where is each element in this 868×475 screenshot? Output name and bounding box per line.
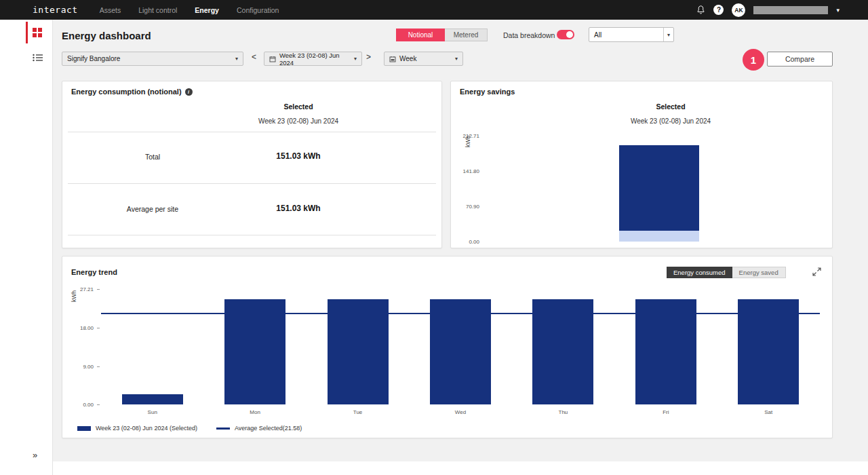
period-dropdown-value: Week 23 (02-08) Jun 2024 [279,52,350,66]
sidebar-item-dashboard[interactable] [0,20,52,45]
previous-period-chevron[interactable]: < [252,52,256,62]
trend-series-toggle: Energy consumed Energy saved [667,267,786,278]
trend-column-tue: Tue [307,289,409,404]
x-axis-label: Fri [614,409,717,415]
y-tick-mark [97,328,100,328]
y-tick-label: 27.21 [62,286,94,292]
toggle-knob [566,31,573,38]
x-axis-label: Tue [307,409,409,415]
notifications-bell-icon[interactable] [696,5,705,15]
info-icon[interactable]: i [185,88,193,96]
left-sidebar: » [0,20,53,475]
trend-bar-chart: SunMonTueWedThuFriSat [101,289,820,404]
compare-button[interactable]: Compare [767,52,833,66]
y-tick-label: 9.00 [62,364,94,370]
main-nav: Assets Light control Energy Configuratio… [100,6,279,14]
page-title: Energy dashboard [62,30,151,41]
x-axis-label: Wed [409,409,511,415]
nav-configuration[interactable]: Configuration [237,6,279,14]
user-name-redacted[interactable] [753,6,828,14]
sidebar-item-list[interactable] [0,45,52,71]
scope-dropdown-value: All [594,31,601,39]
consumption-card-title: Energy consumption (notional) i [71,88,193,96]
savings-card-title: Energy savings [460,88,515,96]
x-axis-label: Thu [512,409,614,415]
caret-down-icon: ▾ [451,56,458,62]
granularity-dropdown[interactable]: Week ▾ [384,52,463,66]
energy-consumed-button[interactable]: Energy consumed [667,267,732,278]
legend-bar-swatch [77,426,91,431]
trend-column-thu: Thu [512,289,614,404]
caret-down-icon: ▾ [231,56,238,62]
top-nav-bar: interact Assets Light control Energy Con… [0,0,868,20]
trend-bar-sat [738,299,799,404]
energy-savings-card: Energy savings Selected Week 23 (02-08) … [450,81,833,248]
trend-column-fri: Fri [614,289,717,404]
nav-energy[interactable]: Energy [195,6,219,14]
main-content: Energy dashboard Notional Metered Data b… [53,20,868,461]
dashboard-grid-icon [33,28,42,37]
energy-consumption-card: Energy consumption (notional) i Selected… [62,81,442,248]
y-tick-label: 70.90 [451,204,479,210]
next-period-chevron[interactable]: > [366,52,371,62]
trend-column-mon: Mon [203,289,306,404]
total-row-value: 151.03 kWh [276,151,320,161]
average-row-value: 151.03 kWh [276,204,320,213]
site-dropdown-value: Signify Bangalore [67,55,120,62]
metered-button[interactable]: Metered [445,28,488,41]
sidebar-expand-icon[interactable]: » [33,450,37,460]
savings-card-title-text: Energy savings [460,88,515,96]
data-breakdown-toggle[interactable] [557,30,574,39]
caret-down-icon: ▾ [350,56,357,62]
selected-column-header: Selected [283,102,313,111]
average-row-label: Average per site [127,205,178,213]
y-tick-mark [97,289,100,290]
x-axis-label: Sat [717,409,820,415]
y-tick-label: 212.71 [451,133,479,139]
savings-bar-saved-segment [619,145,699,231]
average-line [101,313,820,314]
calendar-week-icon [389,56,396,62]
y-tick-label: 0.00 [451,239,479,245]
trend-card-title-text: Energy trend [71,268,117,276]
trend-bar-fri [635,299,696,404]
trend-legend: Week 23 (02-08) Jun 2024 (Selected) Aver… [77,425,302,432]
trend-bar-mon [224,299,285,404]
nav-light-control[interactable]: Light control [138,6,177,14]
legend-selected-label: Week 23 (02-08) Jun 2024 (Selected) [96,425,197,432]
selected-column-period: Week 23 (02-08) Jun 2024 [631,117,711,125]
y-tick-label: 0.00 [62,402,94,408]
total-row-label: Total [145,153,160,161]
period-dropdown[interactable]: Week 23 (02-08) Jun 2024 ▾ [264,52,362,66]
user-avatar[interactable]: AK [732,3,745,17]
divider [68,132,436,132]
notional-button[interactable]: Notional [396,28,445,41]
interact-logo: interact [33,5,78,15]
selected-column-period: Week 23 (02-08) Jun 2024 [258,117,338,125]
trend-column-wed: Wed [409,289,511,404]
energy-saved-button[interactable]: Energy saved [732,267,786,278]
account-menu-caret-icon[interactable]: ▾ [836,7,840,14]
annotation-step-1: 1 [743,49,764,71]
y-tick-mark [97,404,100,405]
trend-column-sat: Sat [717,289,820,404]
energy-trend-card: Energy trend Energy consumed Energy save… [62,256,833,438]
savings-stacked-bar [619,136,699,242]
trend-column-sun: Sun [101,289,203,404]
help-icon[interactable]: ? [713,5,724,15]
legend-line-swatch [216,428,230,430]
scope-dropdown[interactable]: All ▾ [589,27,674,42]
x-axis-label: Sun [101,409,203,415]
trend-bar-thu [532,299,593,404]
y-tick-mark [97,366,100,367]
trend-bar-tue [328,299,389,404]
trend-bar-sun [122,394,183,404]
expand-chart-icon[interactable] [812,267,821,279]
trend-card-title: Energy trend [71,268,117,276]
topbar-right-controls: ? AK ▾ [696,3,840,17]
nav-assets[interactable]: Assets [100,6,121,14]
divider [68,183,436,184]
site-dropdown[interactable]: Signify Bangalore ▾ [62,52,243,66]
selected-column-header: Selected [656,102,685,111]
list-icon [33,52,43,64]
